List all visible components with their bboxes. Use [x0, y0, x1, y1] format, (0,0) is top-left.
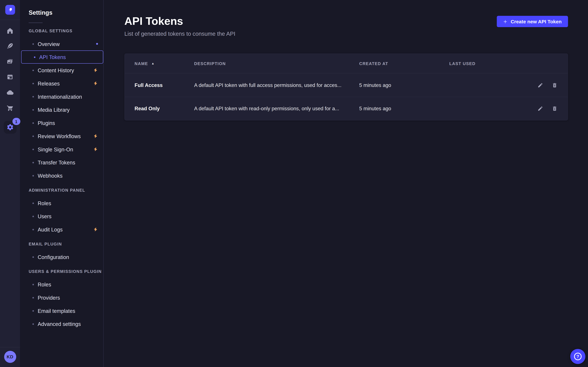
- sidebar-item-webhooks[interactable]: Webhooks: [20, 169, 103, 182]
- strapi-logo-glyph: [7, 7, 13, 13]
- sidebar-item-providers[interactable]: Providers: [20, 291, 103, 304]
- token-created-at: 5 minutes ago: [359, 82, 449, 88]
- delete-icon[interactable]: [551, 105, 558, 112]
- bullet-icon: [32, 109, 34, 110]
- section-label: EMAIL PLUGIN: [20, 242, 103, 247]
- table-row[interactable]: Full Access A default API token with ful…: [125, 73, 568, 97]
- page-subtitle: List of generated tokens to consume the …: [124, 31, 235, 37]
- bullet-icon: [32, 149, 34, 150]
- sidebar-item-single-sign-on[interactable]: Single Sign-On: [20, 143, 103, 156]
- lightning-icon: [93, 68, 98, 73]
- sort-asc-icon[interactable]: ▲: [151, 62, 155, 65]
- sidebar-item-plugins[interactable]: Plugins: [20, 116, 103, 130]
- sidebar-item-admin-roles[interactable]: Roles: [20, 197, 103, 210]
- home-icon[interactable]: [4, 25, 16, 37]
- column-header-description: DESCRIPTION: [194, 61, 359, 66]
- sidebar-item-up-roles[interactable]: Roles: [20, 278, 103, 291]
- edit-icon[interactable]: [537, 82, 544, 89]
- logo-area: [0, 0, 20, 20]
- bullet-icon: [32, 216, 34, 217]
- content-manager-icon[interactable]: [4, 40, 16, 52]
- bullet-icon: [32, 284, 34, 285]
- settings-icon[interactable]: 1: [4, 121, 16, 133]
- sidebar-item-releases[interactable]: Releases: [20, 77, 103, 90]
- bullet-icon: [32, 83, 34, 84]
- main-content: API Tokens List of generated tokens to c…: [104, 0, 588, 367]
- bullet-icon: [32, 162, 34, 163]
- rail-divider: [0, 347, 20, 347]
- section-administration-panel: ADMINISTRATION PANEL Roles Users Audit L…: [20, 188, 103, 236]
- delete-icon[interactable]: [551, 82, 558, 89]
- section-email-plugin: EMAIL PLUGIN Configuration: [20, 242, 103, 264]
- help-button[interactable]: ?: [570, 349, 585, 364]
- bullet-icon: [34, 56, 35, 58]
- token-name: Full Access: [135, 82, 194, 88]
- plus-icon: [503, 19, 507, 24]
- notifications-badge: 1: [12, 118, 20, 125]
- sidebar-item-email-templates[interactable]: Email templates: [20, 304, 103, 317]
- section-users-permissions-plugin: USERS & PERMISSIONS PLUGIN Roles Provide…: [20, 269, 103, 330]
- lightning-icon: [93, 147, 98, 152]
- sidebar-item-review-workflows[interactable]: Review Workflows: [20, 130, 103, 143]
- page-header: API Tokens List of generated tokens to c…: [104, 0, 588, 37]
- table-header-row: NAME ▲ DESCRIPTION CREATED AT LAST USED: [125, 54, 568, 73]
- media-library-icon[interactable]: [4, 55, 16, 68]
- sidebar-item-configuration[interactable]: Configuration: [20, 250, 103, 264]
- lightning-icon: [93, 227, 98, 232]
- token-description: A default API token with full access per…: [194, 82, 359, 88]
- content-type-builder-icon[interactable]: [4, 71, 16, 83]
- help-icon: ?: [574, 353, 582, 360]
- bullet-icon: [32, 310, 34, 311]
- sidebar-item-audit-logs[interactable]: Audit Logs: [20, 223, 103, 236]
- subnav-title: Settings: [20, 9, 103, 17]
- marketplace-icon[interactable]: [4, 102, 16, 114]
- edit-icon[interactable]: [537, 105, 544, 112]
- main-nav-rail: 1 KD: [0, 0, 20, 367]
- app: 1 KD Settings GLOBAL SETTINGS Overview A…: [0, 0, 588, 367]
- column-header-name[interactable]: NAME ▲: [135, 61, 194, 66]
- bullet-icon: [32, 297, 34, 298]
- settings-subnav: Settings GLOBAL SETTINGS Overview API To…: [20, 0, 104, 367]
- sidebar-item-transfer-tokens[interactable]: Transfer Tokens: [20, 156, 103, 169]
- rail-icon-list: 1: [4, 25, 16, 133]
- bullet-icon: [32, 175, 34, 176]
- bullet-icon: [32, 229, 34, 230]
- token-name: Read Only: [135, 106, 194, 111]
- bullet-icon: [32, 202, 34, 204]
- sidebar-item-api-tokens[interactable]: API Tokens: [21, 50, 103, 64]
- sidebar-item-content-history[interactable]: Content History: [20, 64, 103, 77]
- sidebar-item-advanced-settings[interactable]: Advanced settings: [20, 317, 103, 330]
- create-api-token-button[interactable]: Create new API Token: [497, 16, 568, 27]
- overview-notification-dot: [96, 43, 98, 45]
- sidebar-item-internationalization[interactable]: Internationalization: [20, 90, 103, 103]
- table-row[interactable]: Read Only A default API token with read-…: [125, 97, 568, 120]
- bullet-icon: [32, 256, 34, 258]
- bullet-icon: [32, 135, 34, 137]
- sidebar-item-users[interactable]: Users: [20, 210, 103, 223]
- section-label: GLOBAL SETTINGS: [20, 29, 103, 33]
- token-created-at: 5 minutes ago: [359, 106, 449, 111]
- strapi-logo[interactable]: [5, 5, 15, 15]
- lightning-icon: [93, 133, 98, 139]
- sidebar-item-overview[interactable]: Overview: [20, 37, 103, 50]
- subnav-title-divider: [29, 23, 43, 23]
- cloud-icon[interactable]: [4, 86, 16, 99]
- section-label: USERS & PERMISSIONS PLUGIN: [20, 269, 103, 274]
- bullet-icon: [32, 96, 34, 97]
- token-description: A default API token with read-only permi…: [194, 106, 359, 111]
- column-header-last-used: LAST USED: [449, 61, 521, 66]
- bullet-icon: [32, 43, 34, 44]
- lightning-icon: [93, 81, 98, 86]
- sidebar-item-media-library[interactable]: Media Library: [20, 103, 103, 116]
- section-global-settings: GLOBAL SETTINGS Overview API Tokens Cont…: [20, 29, 103, 182]
- section-label: ADMINISTRATION PANEL: [20, 188, 103, 193]
- bullet-icon: [32, 69, 34, 71]
- avatar[interactable]: KD: [4, 351, 16, 363]
- bullet-icon: [32, 323, 34, 325]
- page-title: API Tokens: [124, 15, 235, 27]
- column-header-created-at: CREATED AT: [359, 61, 449, 66]
- api-tokens-table: NAME ▲ DESCRIPTION CREATED AT LAST USED …: [124, 53, 568, 121]
- bullet-icon: [32, 122, 34, 124]
